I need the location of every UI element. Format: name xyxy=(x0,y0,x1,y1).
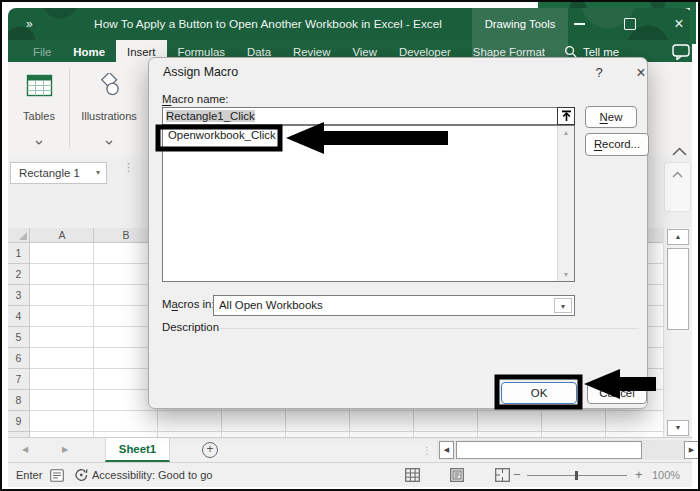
illustrations-label: Illustrations xyxy=(81,110,137,122)
column-header-a[interactable]: A xyxy=(30,228,94,243)
quick-access-chevrons-icon[interactable]: » xyxy=(26,8,32,40)
new-sheet-icon[interactable]: + xyxy=(202,442,218,458)
macros-in-value: All Open Workbooks xyxy=(219,299,323,311)
drawing-tools-context-group: Drawing Tools xyxy=(472,8,568,64)
chevron-down-icon xyxy=(72,131,146,149)
chevron-down-icon[interactable]: ▾ xyxy=(96,163,100,183)
record-button[interactable]: Record... xyxy=(585,133,649,156)
record-button-rest: ecord... xyxy=(602,138,640,150)
minimize-icon[interactable] xyxy=(574,23,585,25)
ok-button[interactable]: OK xyxy=(501,382,577,404)
tab-home[interactable]: Home xyxy=(62,40,116,64)
accessibility-checker-icon[interactable] xyxy=(74,468,89,486)
macro-name-value: Rectangle1_Click xyxy=(166,110,255,122)
table-icon xyxy=(12,73,66,102)
collapse-dialog-up-arrow-icon[interactable] xyxy=(557,107,575,125)
zoom-level[interactable]: 100% xyxy=(652,463,680,487)
macro-list-item[interactable]: Openworkbook_Click xyxy=(163,126,574,144)
scroll-left-icon[interactable]: ◀ xyxy=(439,441,454,459)
close-icon[interactable]: × xyxy=(669,12,689,36)
sheet-nav-right-icon[interactable]: ▶ xyxy=(62,438,68,462)
maximize-icon[interactable] xyxy=(624,18,636,30)
row-header[interactable]: 8 xyxy=(8,390,30,411)
dialog-help-icon[interactable]: ? xyxy=(589,63,609,83)
drag-handle-dots[interactable]: ⋮ xyxy=(123,156,134,178)
chevron-down-icon[interactable]: ▾ xyxy=(554,298,572,313)
macro-record-icon[interactable] xyxy=(50,468,64,486)
scroll-right-icon[interactable]: ▶ xyxy=(684,441,699,459)
macros-in-dropdown[interactable]: All Open Workbooks ▾ xyxy=(213,295,575,316)
macro-name-label-key: M xyxy=(162,93,172,105)
assign-macro-dialog: Assign Macro ? × Macro name: Rectangle1_… xyxy=(148,57,648,409)
status-bar: Enter Accessibility: Good to go − + 100% xyxy=(8,462,692,487)
vertical-scrollbar-thumb[interactable] xyxy=(667,248,689,330)
zoom-out-icon[interactable]: − xyxy=(513,463,521,487)
row-header[interactable]: 7 xyxy=(8,369,30,390)
status-mode: Enter xyxy=(16,463,42,487)
horizontal-scrollbar-thumb[interactable] xyxy=(456,441,642,459)
page-layout-view-icon[interactable] xyxy=(450,468,464,486)
name-box[interactable]: Rectangle 1 ▾ xyxy=(10,162,107,184)
scroll-down-icon[interactable]: ▼ xyxy=(558,271,574,278)
scroll-up-icon[interactable]: ▲ xyxy=(667,229,689,245)
row-header[interactable]: 9 xyxy=(8,411,30,432)
splitter-dots[interactable]: ⋮ xyxy=(422,439,432,463)
macro-name-label-rest: acro name: xyxy=(172,93,229,105)
row-header[interactable]: 1 xyxy=(8,243,30,264)
drawing-tools-label: Drawing Tools xyxy=(472,8,568,40)
macros-in-label: Macros in: xyxy=(162,298,215,310)
record-button-key: R xyxy=(594,138,602,150)
macro-name-input[interactable]: Rectangle1_Click xyxy=(162,107,575,125)
select-all-triangle-icon xyxy=(19,232,27,240)
description-label: Description xyxy=(162,321,219,333)
zoom-in-icon[interactable]: + xyxy=(635,463,643,487)
row-header[interactable]: 5 xyxy=(8,327,30,348)
window-title: How To Apply a Button to Open Another Wo… xyxy=(68,8,468,40)
scroll-up-icon[interactable]: ▲ xyxy=(558,129,574,136)
row-header[interactable]: 2 xyxy=(8,264,30,285)
tab-file[interactable]: File xyxy=(22,40,62,64)
name-box-value: Rectangle 1 xyxy=(19,167,80,179)
new-button-key: N xyxy=(600,111,608,123)
macros-in-label-rest: cros in: xyxy=(178,298,215,310)
row-headers: 1 2 3 4 5 6 7 8 9 10 xyxy=(8,243,30,437)
accessibility-status[interactable]: Accessibility: Good to go xyxy=(92,463,212,487)
cancel-button[interactable]: Cancel xyxy=(587,382,647,404)
tables-button[interactable]: Tables xyxy=(12,66,66,150)
dialog-close-icon[interactable]: × xyxy=(629,61,653,85)
zoom-slider-thumb[interactable] xyxy=(575,471,578,480)
illustrations-button[interactable]: Illustrations xyxy=(72,66,146,150)
row-header[interactable]: 4 xyxy=(8,306,30,327)
illustrations-icon xyxy=(72,73,146,102)
group-separator xyxy=(69,68,70,148)
normal-view-icon[interactable] xyxy=(405,468,420,486)
macros-in-label-pre: M xyxy=(162,298,172,310)
new-button[interactable]: New xyxy=(585,106,637,128)
sheet-tab-bar: ◀ ▶ Sheet1 + ⋮ ◀ ▶ xyxy=(8,437,692,462)
formula-bar-expand-button[interactable] xyxy=(664,162,691,212)
sheet-tab-sheet1[interactable]: Sheet1 xyxy=(105,438,170,462)
scroll-down-icon[interactable]: ▼ xyxy=(667,420,689,436)
sheet-nav-left-icon[interactable]: ◀ xyxy=(22,438,28,462)
macro-name-label: Macro name: xyxy=(162,93,228,105)
new-button-rest: ew xyxy=(608,111,623,123)
macro-list-scrollbar[interactable]: ▲ ▼ xyxy=(557,126,574,281)
chevron-down-icon xyxy=(12,131,66,149)
comments-icon[interactable] xyxy=(672,44,691,64)
select-all-corner[interactable] xyxy=(8,228,30,243)
tables-label: Tables xyxy=(23,110,55,122)
description-divider xyxy=(219,328,639,329)
title-bar: » How To Apply a Button to Open Another … xyxy=(8,8,692,40)
row-header[interactable]: 6 xyxy=(8,348,30,369)
row-header[interactable]: 3 xyxy=(8,285,30,306)
dialog-title: Assign Macro xyxy=(163,65,238,79)
vertical-scrollbar[interactable]: ▲ ▼ xyxy=(663,228,692,437)
desktop-pattern-right xyxy=(690,2,696,44)
page-break-preview-icon[interactable] xyxy=(495,468,510,486)
screenshot-canvas: » How To Apply a Button to Open Another … xyxy=(0,0,700,491)
macro-list[interactable]: Openworkbook_Click ▲ ▼ xyxy=(162,125,575,282)
